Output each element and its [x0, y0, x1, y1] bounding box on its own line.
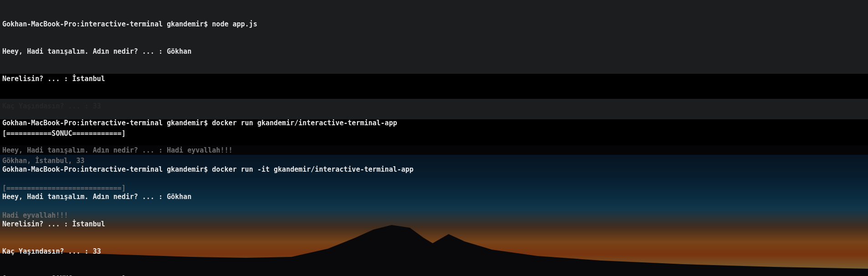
shell-prompt: Gokhan-MacBook-Pro:interactive-terminal …: [2, 165, 212, 174]
terminal-output-line: Kaç Yaşındasın? ... : 33: [2, 247, 866, 256]
terminal-pane-2[interactable]: Gokhan-MacBook-Pro:interactive-terminal …: [0, 99, 868, 119]
pane-gap: [0, 74, 868, 99]
terminal-viewport[interactable]: Gokhan-MacBook-Pro:interactive-terminal …: [0, 0, 868, 276]
prompt-line-1: Gokhan-MacBook-Pro:interactive-terminal …: [2, 20, 866, 29]
terminal-output-line: Heey, Hadi tanışalım. Adın nedir? ... : …: [2, 192, 866, 201]
shell-command: node app.js: [212, 20, 257, 29]
terminal-output-line: Nerelisin? ... : İstanbul: [2, 220, 866, 229]
terminal-pane-3[interactable]: Gokhan-MacBook-Pro:interactive-terminal …: [0, 145, 868, 276]
prompt-line-3: Gokhan-MacBook-Pro:interactive-terminal …: [2, 165, 866, 174]
pane-gap: [0, 119, 868, 145]
shell-prompt: Gokhan-MacBook-Pro:interactive-terminal …: [2, 20, 212, 29]
shell-command: docker run -it gkandemir/interactive-ter…: [212, 165, 414, 174]
terminal-pane-1[interactable]: Gokhan-MacBook-Pro:interactive-terminal …: [0, 0, 868, 74]
terminal-output-line: Heey, Hadi tanışalım. Adın nedir? ... : …: [2, 47, 866, 56]
terminal-output-line: [===========SONUC============]: [2, 274, 866, 276]
